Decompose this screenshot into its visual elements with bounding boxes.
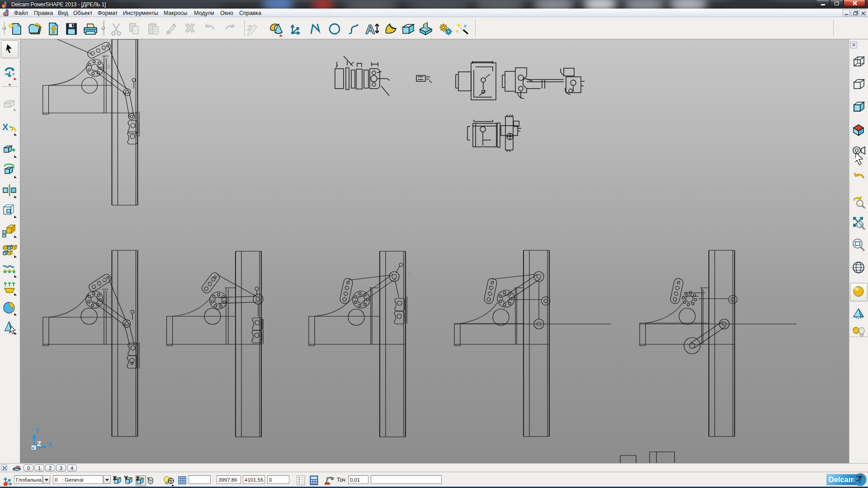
svg-text:X: X <box>2 122 9 132</box>
svg-text:Z: Z <box>37 440 41 447</box>
svg-text:X: X <box>107 64 110 70</box>
svg-text:Y: Y <box>35 427 40 434</box>
svg-text:X: X <box>108 294 112 300</box>
svg-text:A: A <box>365 22 375 37</box>
svg-text:X: X <box>232 295 236 301</box>
svg-text:X: X <box>113 475 117 481</box>
svg-text:Z: Z <box>136 476 139 481</box>
svg-text:X: X <box>48 441 52 448</box>
svg-text:X: X <box>408 272 412 278</box>
svg-text:Y: Y <box>124 475 128 481</box>
